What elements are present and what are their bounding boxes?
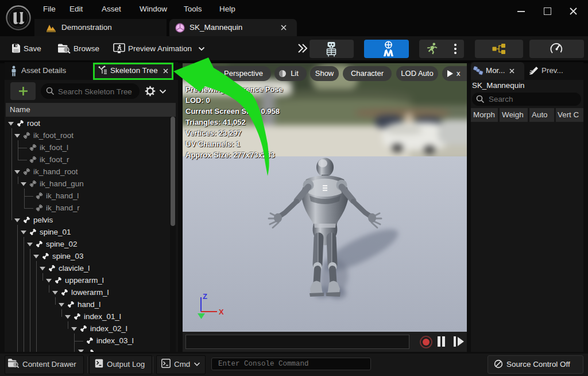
svg-text:Z: Z xyxy=(203,292,207,301)
svg-text:X: X xyxy=(219,308,224,316)
